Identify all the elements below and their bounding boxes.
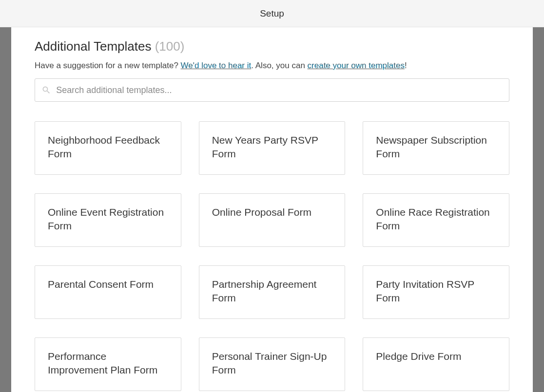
templates-scroll[interactable]: Neighborhood Feedback Form New Years Par… <box>11 121 533 392</box>
template-name: Partnership Agreement Form <box>212 278 332 305</box>
template-name: Pledge Drive Form <box>376 350 461 363</box>
search-wrap[interactable] <box>35 78 509 102</box>
template-name: Parental Consent Form <box>48 278 154 291</box>
suggestion-link[interactable]: We'd love to hear it <box>181 61 252 70</box>
main-panel: Additional Templates (100) Have a sugges… <box>11 27 533 392</box>
template-card[interactable]: Party Invitation RSVP Form <box>363 265 509 319</box>
right-gutter <box>533 27 544 392</box>
template-card[interactable]: Parental Consent Form <box>35 265 181 319</box>
template-name: Online Race Registration Form <box>376 205 496 233</box>
template-card[interactable]: Newspaper Subscription Form <box>363 121 509 175</box>
header-title: Setup <box>260 8 284 19</box>
template-name: Personal Trainer Sign-Up Form <box>212 350 332 377</box>
header: Setup <box>0 0 544 27</box>
template-card[interactable]: New Years Party RSVP Form <box>199 121 346 175</box>
create-templates-link[interactable]: create your own templates <box>308 61 405 70</box>
template-card[interactable]: Personal Trainer Sign-Up Form <box>199 337 346 391</box>
template-card[interactable]: Online Race Registration Form <box>363 193 509 247</box>
left-gutter <box>0 27 11 392</box>
search-input[interactable] <box>56 85 503 95</box>
template-card[interactable]: Neighborhood Feedback Form <box>35 121 181 175</box>
search-icon <box>41 85 51 95</box>
template-name: Neighborhood Feedback Form <box>48 133 168 161</box>
template-card[interactable]: Online Proposal Form <box>199 193 346 247</box>
template-name: Online Proposal Form <box>212 205 311 219</box>
template-card[interactable]: Pledge Drive Form <box>363 337 509 391</box>
template-card[interactable]: Performance Improvement Plan Form <box>35 337 181 391</box>
template-name: New Years Party RSVP Form <box>212 133 332 161</box>
template-card[interactable]: Partnership Agreement Form <box>199 265 346 319</box>
subtitle-suffix: ! <box>405 61 407 70</box>
template-name: Newspaper Subscription Form <box>376 133 496 161</box>
page-title-count: (100) <box>155 39 185 54</box>
page-title: Additional Templates (100) <box>35 39 509 54</box>
template-card[interactable]: Online Event Registration Form <box>35 193 181 247</box>
content-top: Additional Templates (100) Have a sugges… <box>11 27 533 102</box>
template-name: Online Event Registration Form <box>48 205 168 233</box>
template-name: Party Invitation RSVP Form <box>376 278 496 305</box>
template-name: Performance Improvement Plan Form <box>48 350 168 377</box>
subtitle-mid: . Also, you can <box>251 61 307 70</box>
page-subtitle: Have a suggestion for a new template? We… <box>35 61 509 71</box>
subtitle-prefix: Have a suggestion for a new template? <box>35 61 181 70</box>
body-area: Additional Templates (100) Have a sugges… <box>0 27 544 392</box>
page-title-text: Additional Templates <box>35 39 151 54</box>
templates-grid: Neighborhood Feedback Form New Years Par… <box>11 121 533 392</box>
